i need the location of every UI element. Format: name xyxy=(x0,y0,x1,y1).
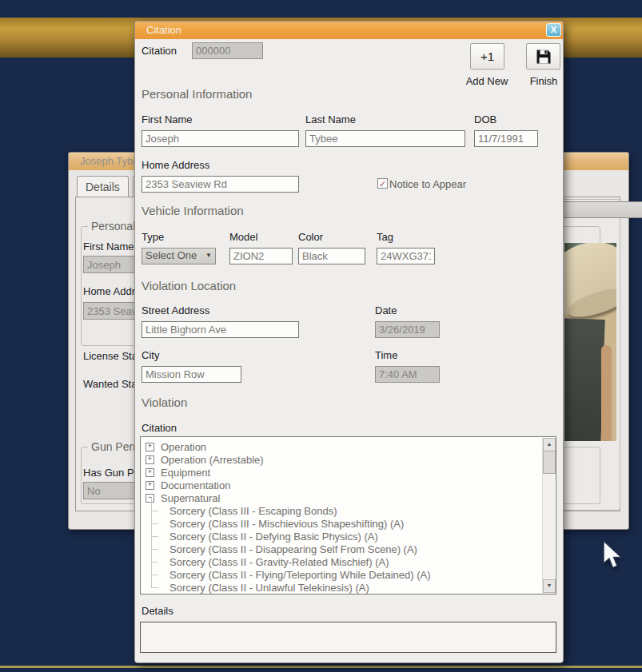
tree-node[interactable]: +Operation (Arrestable) xyxy=(141,453,543,466)
tree-node[interactable]: +Equipment xyxy=(141,466,543,479)
add-new-caption: Add New xyxy=(461,75,513,87)
finish-button[interactable] xyxy=(526,43,560,70)
tree-leaf-label: Sorcery (Class III - Mischievious Shapes… xyxy=(169,518,404,530)
first-name-label: First Name xyxy=(83,241,134,252)
plus-one-icon: +1 xyxy=(471,44,504,69)
add-new-button[interactable]: +1 xyxy=(470,43,504,70)
tree-leaf[interactable]: Sorcery (Class II - Flying/Teleporting W… xyxy=(141,568,543,581)
type-label: Type xyxy=(142,231,164,243)
time-label: Time xyxy=(375,349,397,361)
expand-icon[interactable]: + xyxy=(146,468,154,477)
citation-list-label: Citation xyxy=(142,422,177,434)
dob-label: DOB xyxy=(474,113,496,125)
model-label: Model xyxy=(229,231,257,243)
tree-node-label: Operation xyxy=(161,441,206,453)
tag-input[interactable] xyxy=(377,248,435,264)
personal-information-header: Personal Information xyxy=(142,87,252,101)
dob-input[interactable] xyxy=(474,130,538,147)
close-button[interactable]: X xyxy=(546,23,561,37)
tree-leaf-label: Sorcery (Class II - Flying/Teleporting W… xyxy=(169,569,431,581)
photo-hat xyxy=(564,243,616,330)
tab-details[interactable]: Details xyxy=(77,176,129,197)
finish-caption: Finish xyxy=(520,75,567,87)
notice-to-appear-label: Notice to Appear xyxy=(389,178,466,190)
violation-tree-box: +Operation+Operation (Arrestable)+Equipm… xyxy=(140,436,556,594)
citation-dialog-titlebar[interactable]: Citation xyxy=(135,22,563,39)
tree-leaf[interactable]: Sorcery (Class III - Escaping Bonds) xyxy=(141,504,543,517)
home-address-label: Home Address xyxy=(142,159,209,171)
details-textarea[interactable] xyxy=(140,622,556,653)
tree-leaf-label: Sorcery (Class III - Escaping Bonds) xyxy=(169,505,337,517)
violation-tree: +Operation+Operation (Arrestable)+Equipm… xyxy=(141,440,543,594)
color-input[interactable] xyxy=(298,248,365,264)
first-name-input[interactable] xyxy=(142,130,299,147)
home-address-input[interactable] xyxy=(142,176,299,193)
tree-node-label: Documentation xyxy=(161,479,230,491)
time-field[interactable] xyxy=(375,366,440,383)
date-field[interactable] xyxy=(375,321,440,338)
expand-icon[interactable]: + xyxy=(146,443,154,451)
city-label: City xyxy=(142,349,159,361)
collapse-icon[interactable]: − xyxy=(146,494,154,503)
violation-header: Violation xyxy=(142,396,187,409)
tree-scrollbar[interactable]: ▲ ▼ xyxy=(542,438,555,593)
tree-leaf[interactable]: Sorcery (Class II - Disappearing Self Fr… xyxy=(141,543,543,555)
scroll-up-button[interactable]: ▲ xyxy=(543,438,556,451)
tree-leaf[interactable]: Sorcery (Class II - Gravity-Related Misc… xyxy=(141,555,543,568)
tree-node-label: Supernatural xyxy=(161,492,220,504)
tree-node[interactable]: −Supernatural xyxy=(141,491,543,504)
photo-shirt xyxy=(564,318,605,441)
color-label: Color xyxy=(298,231,323,243)
tag-label: Tag xyxy=(377,231,393,243)
date-label: Date xyxy=(375,304,397,316)
tree-node[interactable]: +Documentation xyxy=(141,479,543,491)
model-input[interactable] xyxy=(229,248,293,264)
bottom-gold-stripe xyxy=(0,666,642,668)
citation-number-field[interactable] xyxy=(192,42,263,59)
street-address-label: Street Address xyxy=(142,304,209,316)
tree-leaf-label: Sorcery (Class II - Disappearing Self Fr… xyxy=(169,543,417,555)
citation-dialog-title: Citation xyxy=(146,24,181,36)
chevron-down-icon: ▼ xyxy=(205,252,212,259)
tree-node-label: Equipment xyxy=(161,467,210,479)
tree-leaf[interactable]: Sorcery (Class II - Defying Basic Physic… xyxy=(141,530,543,543)
tree-leaf-label: Sorcery (Class II - Gravity-Related Misc… xyxy=(169,556,389,568)
save-icon xyxy=(536,49,552,65)
photo-arm xyxy=(601,345,612,441)
citation-dialog: Citation X Citation +1 Add New Finish Pe… xyxy=(134,21,564,663)
tree-leaf[interactable]: Sorcery (Class III - Mischievious Shapes… xyxy=(141,517,543,530)
vehicle-type-value: Select One xyxy=(146,249,197,261)
citation-number-label: Citation xyxy=(142,45,177,57)
expand-icon[interactable]: + xyxy=(146,481,154,490)
mouse-cursor xyxy=(602,540,624,571)
violation-location-header: Violation Location xyxy=(142,279,236,292)
tree-leaf[interactable]: Sorcery (Class II - Unlawful Telekinesis… xyxy=(141,581,543,594)
vehicle-information-header: Vehicle Information xyxy=(142,204,244,217)
expand-icon[interactable]: + xyxy=(146,455,154,464)
tree-node-label: Operation (Arrestable) xyxy=(161,454,264,466)
scroll-thumb[interactable] xyxy=(543,451,556,474)
vehicle-type-dropdown[interactable]: Select One ▼ xyxy=(142,248,216,264)
scroll-down-button[interactable]: ▼ xyxy=(543,579,556,593)
details-label: Details xyxy=(142,605,173,617)
tree-node[interactable]: +Operation xyxy=(141,440,543,453)
last-name-input[interactable] xyxy=(305,130,465,147)
last-name-label: Last Name xyxy=(305,113,356,125)
tree-leaf-label: Sorcery (Class II - Unlawful Telekinesis… xyxy=(169,582,369,594)
street-address-input[interactable] xyxy=(142,321,299,338)
tree-leaf-label: Sorcery (Class II - Defying Basic Physic… xyxy=(169,531,378,543)
first-name-label: First Name xyxy=(142,113,193,125)
suspect-photo xyxy=(564,243,616,441)
notice-to-appear-checkbox[interactable]: ✓ xyxy=(377,178,388,189)
city-input[interactable] xyxy=(142,366,241,383)
